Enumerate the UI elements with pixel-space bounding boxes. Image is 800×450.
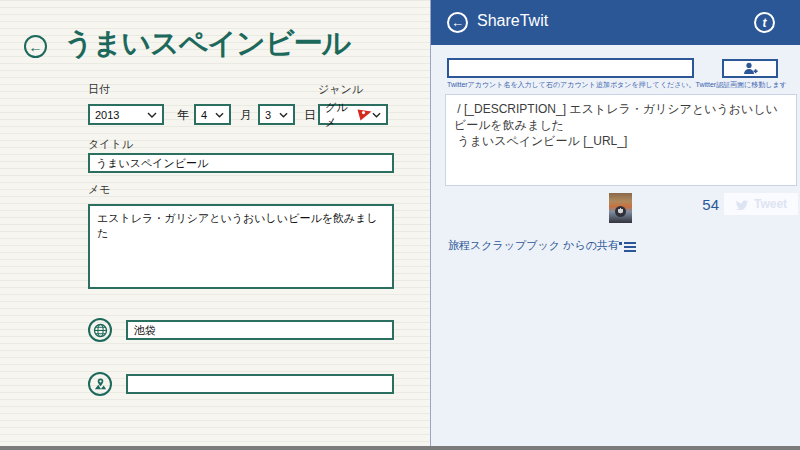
day-value: 3	[265, 109, 271, 121]
share-source-label: 旅程スクラップブック からの共有	[448, 238, 619, 253]
share-header: ← ShareTwit t	[431, 0, 800, 45]
year-unit-label: 年	[177, 107, 189, 124]
month-select[interactable]: 4	[194, 104, 231, 125]
map-pin-icon	[88, 372, 112, 396]
share-app-title: ShareTwit	[477, 12, 548, 30]
genre-label: ジャンル	[318, 82, 363, 97]
title-label: タイトル	[88, 137, 133, 152]
source-app-icon	[624, 242, 636, 252]
title-input[interactable]	[88, 153, 394, 173]
spot-input[interactable]	[126, 374, 394, 394]
memo-label: メモ	[88, 182, 111, 197]
month-value: 4	[201, 109, 207, 121]
memo-textarea[interactable]: エストレラ・ガリシアというおいしいビールを飲みました	[88, 204, 394, 289]
back-button[interactable]: ←	[24, 35, 47, 58]
add-account-button[interactable]	[722, 59, 778, 78]
month-unit-label: 月	[240, 107, 252, 124]
back-arrow-icon: ←	[451, 15, 464, 30]
back-arrow-icon: ←	[29, 40, 43, 54]
twitter-account-input[interactable]	[447, 58, 694, 78]
year-select[interactable]: 2013	[88, 104, 164, 125]
year-value: 2013	[95, 109, 119, 121]
bottom-app-bar-strip	[0, 446, 800, 450]
day-unit-label: 日	[304, 107, 316, 124]
add-user-icon	[743, 62, 758, 75]
character-count: 54	[689, 196, 719, 213]
account-helper-text: Twitterアカウント名を入力して右のアカウント追加ボタンを押してください。T…	[447, 80, 777, 90]
shared-photo-thumbnail	[609, 193, 632, 223]
twitter-logo-icon: t	[754, 12, 775, 33]
genre-select[interactable]: グルメ	[318, 104, 388, 125]
date-label: 日付	[88, 82, 110, 97]
chevron-down-icon	[279, 112, 288, 118]
location-input[interactable]	[126, 320, 394, 340]
tweet-button[interactable]: Tweet	[723, 192, 799, 216]
tweet-button-label: Tweet	[754, 197, 787, 211]
share-back-button[interactable]: ←	[447, 12, 468, 33]
chevron-down-icon	[215, 112, 224, 118]
tweet-bird-icon	[735, 199, 749, 210]
share-source: 旅程スクラップブック からの共有	[448, 238, 636, 253]
globe-icon	[88, 318, 112, 342]
day-select[interactable]: 3	[258, 104, 295, 125]
tweet-compose-textarea[interactable]: / [_DESCRIPTION_] エストレラ・ガリシアというおいしいビールを飲…	[445, 94, 797, 186]
chevron-down-icon	[372, 112, 381, 118]
genre-value: グルメ	[325, 100, 354, 130]
page-title: うまいスペインビール	[64, 24, 350, 64]
scrapbook-entry-page: ← うまいスペインビール 日付 2013 年 4 月 3 日 ジャンル グルメ	[0, 0, 430, 446]
chevron-down-icon	[147, 112, 157, 118]
genre-flag-icon	[357, 109, 372, 121]
share-pane: ← ShareTwit t Twitterアカウント名を入力して右のアカウント追…	[430, 0, 800, 446]
